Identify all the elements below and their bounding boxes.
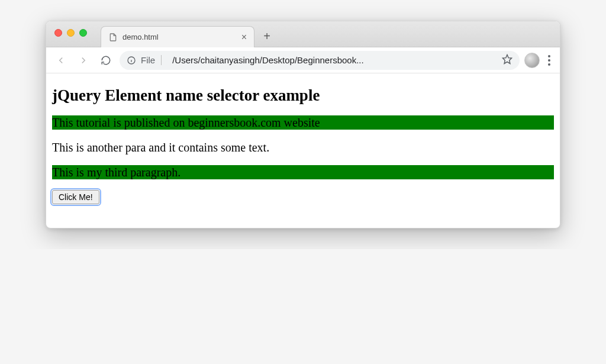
new-tab-button[interactable]: + <box>258 27 276 45</box>
tab-title: demo.html <box>123 33 237 41</box>
window-controls <box>54 29 87 37</box>
browser-tab[interactable]: demo.html × <box>101 26 254 47</box>
profile-avatar[interactable] <box>524 53 540 68</box>
svg-marker-3 <box>503 55 512 64</box>
close-tab-icon[interactable]: × <box>241 33 247 42</box>
url-path: /Users/chaitanyasingh/Desktop/Beginnersb… <box>166 55 497 65</box>
window-titlebar: demo.html × + <box>46 21 560 47</box>
browser-toolbar: File /Users/chaitanyasingh/Desktop/Begin… <box>46 47 560 73</box>
file-icon <box>108 33 118 42</box>
url-scheme: File <box>141 55 162 65</box>
browser-window: demo.html × + File /Users/chaitanyasingh… <box>46 21 560 228</box>
browser-menu-button[interactable] <box>544 55 554 66</box>
forward-button[interactable] <box>75 51 92 69</box>
reload-button[interactable] <box>97 51 115 69</box>
paragraph-2: This is another para and it contains som… <box>52 140 554 154</box>
window-close-button[interactable] <box>54 29 62 37</box>
info-icon <box>127 56 136 65</box>
paragraph-1: This tutorial is published on beginnersb… <box>52 115 554 130</box>
window-minimize-button[interactable] <box>67 29 75 37</box>
page-content: jQuery Element name selector example Thi… <box>46 73 560 228</box>
paragraph-3: This is my third paragraph. <box>52 165 554 179</box>
back-button[interactable] <box>52 51 70 69</box>
click-me-button[interactable]: Click Me! <box>52 190 99 204</box>
address-bar[interactable]: File /Users/chaitanyasingh/Desktop/Begin… <box>120 51 520 70</box>
page-heading: jQuery Element name selector example <box>52 86 554 105</box>
bookmark-star-icon[interactable] <box>502 54 512 66</box>
window-maximize-button[interactable] <box>79 29 87 37</box>
